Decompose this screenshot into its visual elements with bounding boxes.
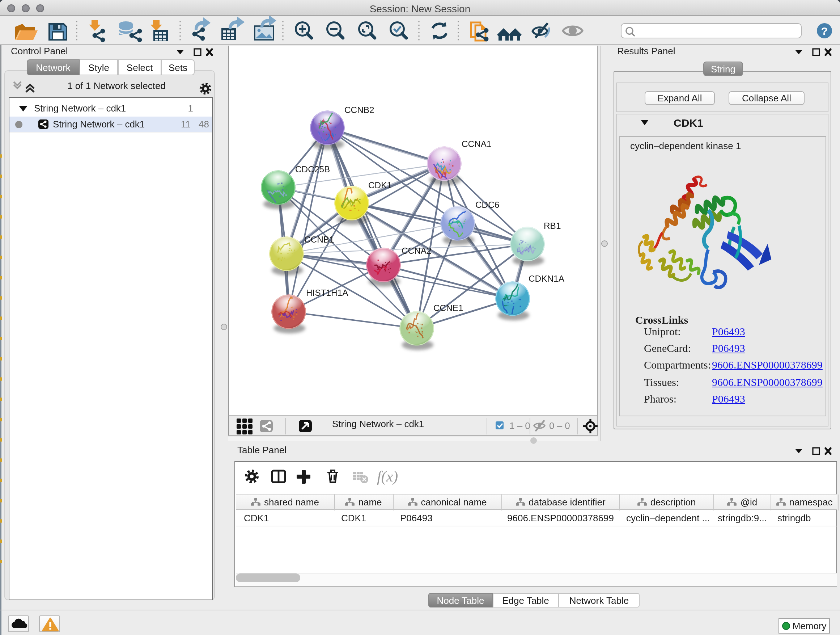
svg-text:CDC6: CDC6	[475, 200, 499, 209]
svg-text:1 – 0: 1 – 0	[509, 420, 531, 431]
svg-text:?: ?	[821, 25, 828, 37]
svg-text:CDK1: CDK1	[368, 180, 392, 190]
svg-text:CDKN1A: CDKN1A	[529, 273, 565, 283]
svg-text:CDC25B: CDC25B	[295, 164, 330, 174]
svg-text:f(x): f(x)	[377, 468, 398, 485]
svg-text:CCNB2: CCNB2	[344, 105, 374, 114]
svg-text:CCNB1: CCNB1	[304, 234, 334, 244]
svg-text:CCNA2: CCNA2	[401, 245, 431, 255]
svg-text:CCNA1: CCNA1	[462, 139, 492, 149]
svg-text:HIST1H1A: HIST1H1A	[306, 287, 348, 297]
svg-text:0 – 0: 0 – 0	[549, 420, 570, 431]
svg-text:CCNE1: CCNE1	[433, 302, 463, 312]
svg-text:RB1: RB1	[544, 220, 561, 230]
